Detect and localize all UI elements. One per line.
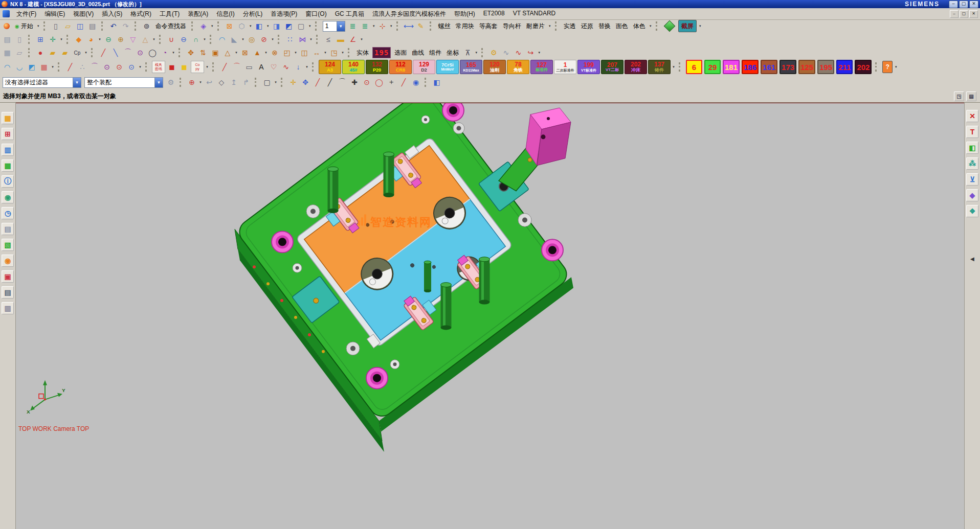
edge-blend-icon[interactable]: ◠ [216,34,228,45]
gallery-icon[interactable]: ❖ [966,205,978,217]
tile-prompt-icon[interactable]: ▤ [966,91,976,101]
material-chip-129[interactable]: 129D2 [413,60,435,74]
material-chip-1[interactable]: 1二次标准件 [554,60,576,74]
constraint-navigator-icon[interactable]: ⊞ [2,128,14,140]
dropdown-arrow-icon[interactable]: ▾ [474,48,479,58]
body-color-button[interactable]: 体色 [631,20,648,32]
display-mode-icon[interactable]: ◈ [198,21,209,32]
material-chip-132[interactable]: 132P20 [366,60,388,74]
snap-endpoint-icon[interactable]: ╱ [312,77,323,88]
dropdown-arrow-icon[interactable]: ▾ [547,21,552,32]
menu-item-gc-toolbox[interactable]: GC 工具箱 [331,9,368,19]
number-chip-186[interactable]: 186 [742,60,759,74]
dropdown-arrow-icon[interactable]: ▾ [83,48,88,58]
hole-icon[interactable]: ⊖ [103,34,114,45]
menu-item-assemblies[interactable]: 装配(A) [184,9,212,19]
paste-object-icon[interactable]: △ [222,48,233,58]
circle-center-icon[interactable]: ⊙ [135,48,146,58]
wrench-icon[interactable]: ⚙ [488,48,499,58]
rectangle-tool-icon[interactable]: ▭ [243,62,255,73]
dropdown-arrow-icon[interactable]: ▾ [198,77,203,88]
doc-minimize-button[interactable]: – [950,10,959,18]
replace-button[interactable]: 替换 [596,20,613,32]
measure-tool-icon[interactable]: ⊼ [462,48,473,58]
material-chip-112[interactable]: 112CR8 [389,60,412,74]
menu-item-file[interactable]: 文件(F) [12,9,40,19]
number-chip-181[interactable]: 181 [723,60,740,74]
dropdown-arrow-icon[interactable]: ▾ [138,62,143,73]
menu-item-insert[interactable]: 插入(S) [98,9,126,19]
process-studio-icon[interactable]: ▤ [2,223,14,235]
number-chip-161[interactable]: 161 [761,60,777,74]
dropdown-arrow-icon[interactable]: ▾ [273,77,278,88]
rotate-view-icon[interactable]: ⬡ [236,21,248,32]
redo-icon[interactable]: ↷ [120,21,131,32]
solid-select-icon[interactable]: ◇ [216,77,227,88]
graphics-window[interactable]: 智造资料网 X Y TOP WORK Camera TOP [15,102,965,529]
component-filter-button[interactable]: 组件 [427,49,444,57]
dropdown-arrow-icon[interactable]: ▾ [171,48,176,58]
expression-icon[interactable]: ≤ [323,34,334,45]
material-chip-207[interactable]: 207VT二标 [601,60,623,74]
menu-item-window[interactable]: 窗口(O) [301,9,330,19]
layout-icon[interactable]: ▥ [2,302,14,314]
documents-icon[interactable]: ▤ [2,286,14,298]
dropdown-arrow-icon[interactable]: ▾ [265,21,271,32]
fit-curve-icon[interactable]: ∿ [280,62,292,73]
sheet-icon[interactable]: ▯ [14,34,25,45]
magenta-cylinder-block[interactable] [526,108,571,166]
translucent-button[interactable]: 实透 [561,20,578,32]
undo-selection-icon[interactable]: ↩ [204,77,215,88]
marquee-select-icon[interactable]: ▢ [261,77,273,88]
material-chip-165[interactable]: 165KD11Max [460,60,482,74]
extrude-icon[interactable]: ◆ [73,34,84,45]
sketch-icon[interactable]: ⊞ [35,34,46,45]
menu-item-preferences[interactable]: 首选项(P) [266,9,301,19]
number-chip-125[interactable]: 125 [798,60,815,74]
sketch-arc-icon[interactable]: ⌒ [89,62,100,73]
model-views-icon[interactable]: ◧ [966,142,978,154]
shell-icon[interactable]: ◎ [246,34,257,45]
dropdown-arrow-icon[interactable]: ▾ [323,48,328,58]
grid-icon[interactable]: ▦ [2,48,13,58]
show-hide-icon[interactable]: ⊠ [224,21,235,32]
line2-icon[interactable]: ╲ [110,48,121,58]
dropdown-arrow-icon[interactable]: ▾ [234,48,239,58]
copy-button[interactable]: Copy [191,61,204,73]
orient-view-icon[interactable]: ◩ [283,21,295,32]
shaded-view-icon[interactable]: ◧ [254,21,265,32]
hd3d-tool-icon[interactable]: ⓘ [2,175,14,188]
material-chip-124[interactable]: 124A3 [319,60,341,74]
chamfer-icon[interactable]: ◣ [229,34,240,45]
menu-item-tools[interactable]: 工具(T) [155,9,184,19]
material-chip-7CrSi[interactable]: 7CrSiMnMoV [436,60,459,74]
dropdown-arrow-icon[interactable]: ▾ [304,62,309,73]
revolve-icon[interactable]: ◕ [85,34,97,45]
menu-item-analysis[interactable]: 分析(L) [239,9,267,19]
snap-point-on-face-icon[interactable]: ◉ [410,77,421,88]
number-chip-195[interactable]: 195 [817,60,834,74]
common-block-button[interactable]: 常用块 [453,20,477,32]
curve-filter-button[interactable]: 曲线 [409,49,427,57]
start-button[interactable]: ◉开始 [12,20,36,32]
dropdown-arrow-icon[interactable]: ▾ [151,34,157,45]
scale-object-icon[interactable]: ▲ [252,48,263,58]
3d-scene[interactable]: 智造资料网 X Y TOP WORK Camera TOP [15,103,965,529]
menu-item-help[interactable]: 帮助(H) [450,9,479,19]
material-chip-199[interactable]: 199VT标准件 [577,60,600,74]
print-icon[interactable]: ▤ [87,21,98,32]
reuse-library-icon[interactable]: ▦ [2,159,14,172]
snap-quadrant-icon[interactable]: ◯ [373,77,385,88]
pad-icon[interactable]: △ [140,34,151,45]
material-chip-137[interactable]: 137铸件 [648,60,671,74]
snap-handle-icon[interactable]: ✛ [287,77,299,88]
dropdown-arrow-icon[interactable]: ▾ [307,21,313,32]
material-chip-140[interactable]: 14045# [342,60,365,74]
dropdown-arrow-icon[interactable]: ▾ [210,21,215,32]
snap-point-dialog-icon[interactable]: ✥ [300,77,311,88]
dropdown-arrow-icon[interactable]: ▾ [293,48,298,58]
help-button[interactable]: ? [882,61,892,73]
bookmark-icon[interactable]: ◆ [966,189,978,201]
copy-object-icon[interactable]: ▣ [210,48,221,58]
material-chip-78[interactable]: 78角铁 [507,60,529,74]
